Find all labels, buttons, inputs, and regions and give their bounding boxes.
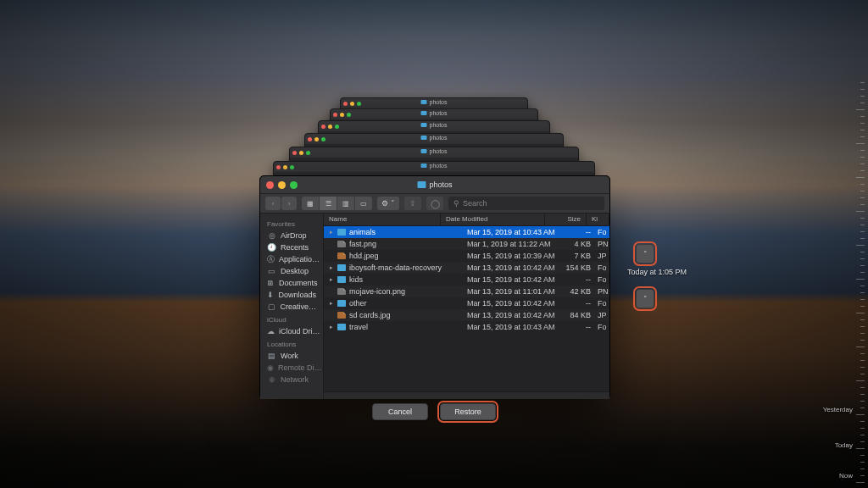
view-switcher[interactable]: ▦ ☰ ▥ ▭ bbox=[302, 197, 372, 210]
timeline-tick[interactable] bbox=[860, 475, 865, 476]
timeline-tick[interactable] bbox=[860, 82, 865, 83]
search-field[interactable]: ⚲ Search bbox=[448, 197, 604, 210]
timeline-tick[interactable] bbox=[860, 421, 865, 422]
timeline-tick[interactable] bbox=[860, 170, 865, 171]
table-row[interactable]: ▸travelMar 15, 2019 at 10:43 AM--Fo bbox=[324, 321, 609, 333]
timeline-tick[interactable] bbox=[860, 367, 865, 368]
timeline-tick[interactable] bbox=[856, 448, 865, 449]
timeline-tick[interactable] bbox=[860, 299, 865, 300]
timeline-tick[interactable] bbox=[860, 469, 865, 469]
col-date[interactable]: Date Modified bbox=[441, 214, 545, 225]
col-size[interactable]: Size bbox=[545, 214, 587, 225]
close-icon[interactable] bbox=[266, 181, 274, 189]
timeline-tick[interactable] bbox=[860, 238, 865, 239]
col-kind[interactable]: Ki bbox=[587, 214, 609, 225]
timeline-tick[interactable] bbox=[860, 218, 865, 219]
timeline-tick[interactable] bbox=[856, 380, 865, 381]
timeline-tick[interactable] bbox=[860, 408, 865, 408]
table-row[interactable]: ▸iboysoft-mac-data-recoveryMar 13, 2019 … bbox=[324, 262, 609, 274]
timeline-tick[interactable] bbox=[860, 319, 865, 320]
timeline[interactable]: Yesterday Today Now bbox=[831, 34, 865, 483]
gallery-view-button[interactable]: ▭ bbox=[355, 197, 372, 210]
table-row[interactable]: fast.pngMar 1, 2019 at 11:22 AM4 KBPN bbox=[324, 238, 609, 250]
timeline-tick[interactable] bbox=[860, 265, 865, 266]
timeline-tick[interactable] bbox=[860, 394, 865, 395]
timeline-tick[interactable] bbox=[860, 286, 865, 286]
timeline-tick[interactable] bbox=[860, 150, 865, 151]
timeline-tick[interactable] bbox=[860, 387, 865, 388]
horizontal-scrollbar[interactable] bbox=[324, 391, 609, 399]
timeline-tick[interactable] bbox=[860, 441, 865, 442]
sidebar-item-applications[interactable]: ⒶApplicatio… bbox=[260, 253, 323, 265]
cancel-button[interactable]: Cancel bbox=[372, 403, 428, 420]
timeline-tick[interactable] bbox=[860, 136, 865, 137]
timeline-tick[interactable] bbox=[860, 428, 865, 429]
disclosure-triangle-icon[interactable]: ▸ bbox=[329, 229, 334, 236]
share-button[interactable]: ⇪ bbox=[404, 197, 421, 210]
timeline-tick[interactable] bbox=[860, 191, 865, 191]
sidebar-item-remote-disc[interactable]: ◉Remote Di… bbox=[260, 362, 323, 374]
timeline-tick[interactable] bbox=[860, 360, 865, 361]
timeline-tick[interactable] bbox=[856, 211, 865, 212]
sidebar-item-network[interactable]: ⊕Network bbox=[260, 374, 323, 385]
timeline-tick[interactable] bbox=[860, 157, 865, 158]
list-view-button[interactable]: ☰ bbox=[320, 197, 337, 210]
disclosure-triangle-icon[interactable]: ▸ bbox=[329, 276, 334, 283]
sidebar-item-downloads[interactable]: ⬇Downloads bbox=[260, 289, 323, 301]
timeline-tick[interactable] bbox=[860, 374, 865, 374]
timeline-tick[interactable] bbox=[860, 333, 865, 334]
sidebar-item-documents[interactable]: 🗎Documents bbox=[260, 277, 323, 289]
timeline-tick[interactable] bbox=[860, 197, 865, 198]
timeline-tick[interactable] bbox=[860, 96, 865, 97]
timeline-tick[interactable] bbox=[860, 252, 865, 252]
sidebar-item-airdrop[interactable]: ◎AirDrop bbox=[260, 230, 323, 241]
icon-view-button[interactable]: ▦ bbox=[302, 197, 320, 210]
timeline-tick[interactable] bbox=[856, 414, 865, 415]
disclosure-triangle-icon[interactable]: ▸ bbox=[329, 324, 334, 330]
tags-button[interactable]: ◯ bbox=[426, 197, 443, 210]
col-name[interactable]: Name bbox=[324, 214, 441, 225]
sidebar-item-icloud-drive[interactable]: ☁iCloud Dri… bbox=[260, 325, 323, 337]
timeline-tick[interactable] bbox=[856, 313, 865, 313]
timeline-tick[interactable] bbox=[860, 455, 865, 456]
forward-button[interactable]: › bbox=[281, 197, 297, 210]
timeline-tick[interactable] bbox=[860, 353, 865, 354]
table-row[interactable]: ▸animalsMar 15, 2019 at 10:43 AM--Fo bbox=[324, 226, 609, 238]
timeline-tick[interactable] bbox=[860, 184, 865, 185]
next-snapshot-button[interactable]: ˅ bbox=[636, 289, 654, 308]
timeline-tick[interactable] bbox=[860, 306, 865, 307]
timeline-tick[interactable] bbox=[856, 347, 865, 347]
timeline-tick[interactable] bbox=[860, 272, 865, 273]
disclosure-triangle-icon[interactable]: ▸ bbox=[329, 264, 334, 271]
sidebar-item-work[interactable]: ▤Work bbox=[260, 350, 323, 362]
timeline-tick[interactable] bbox=[856, 245, 865, 246]
table-row[interactable]: ▸otherMar 15, 2019 at 10:42 AM--Fo bbox=[324, 297, 609, 309]
timeline-tick[interactable] bbox=[860, 103, 865, 103]
column-headers[interactable]: Name Date Modified Size Ki bbox=[324, 214, 609, 226]
timeline-tick[interactable] bbox=[860, 89, 865, 90]
timeline-tick[interactable] bbox=[856, 109, 865, 110]
timeline-tick[interactable] bbox=[860, 231, 865, 232]
disclosure-triangle-icon[interactable]: ▸ bbox=[329, 300, 334, 307]
timeline-tick[interactable] bbox=[860, 116, 865, 117]
table-row[interactable]: ▸kidsMar 15, 2019 at 10:42 AM--Fo bbox=[324, 274, 609, 286]
timeline-tick[interactable] bbox=[860, 164, 865, 164]
sidebar-item-creative[interactable]: ▢Creative… bbox=[260, 301, 323, 313]
action-menu-button[interactable]: ⚙ ˅ bbox=[377, 197, 399, 210]
previous-snapshot-button[interactable]: ˄ bbox=[636, 244, 654, 263]
table-row[interactable]: hdd.jpegMar 15, 2019 at 10:39 AM7 KBJP bbox=[324, 250, 609, 262]
column-view-button[interactable]: ▥ bbox=[337, 197, 355, 210]
timeline-tick[interactable] bbox=[856, 177, 865, 178]
back-button[interactable]: ‹ bbox=[265, 197, 281, 210]
timeline-tick[interactable] bbox=[860, 462, 865, 463]
timeline-tick[interactable] bbox=[860, 258, 865, 259]
timeline-tick[interactable] bbox=[860, 292, 865, 293]
timeline-tick[interactable] bbox=[860, 130, 865, 130]
zoom-icon[interactable] bbox=[290, 181, 298, 189]
timeline-tick[interactable] bbox=[860, 401, 865, 402]
timeline-tick[interactable] bbox=[860, 326, 865, 327]
timeline-tick[interactable] bbox=[856, 279, 865, 280]
minimize-icon[interactable] bbox=[278, 181, 286, 189]
table-row[interactable]: mojave-icon.pngMar 13, 2019 at 11:01 AM4… bbox=[324, 286, 609, 297]
timeline-tick[interactable] bbox=[860, 123, 865, 124]
